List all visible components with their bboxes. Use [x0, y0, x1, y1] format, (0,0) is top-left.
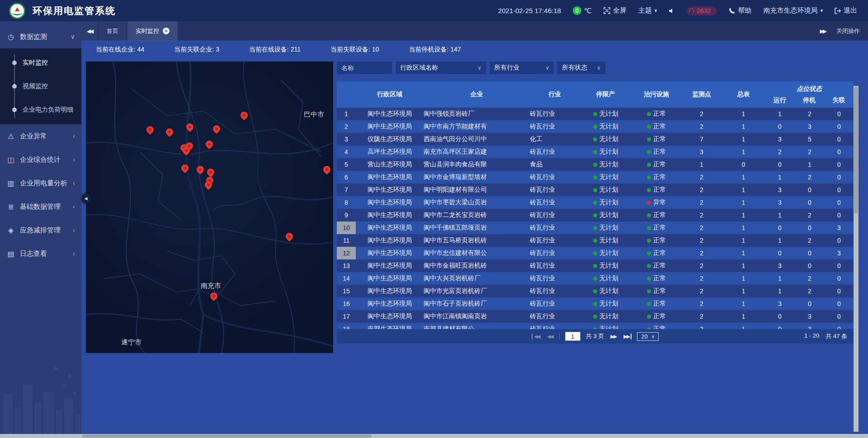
- horizontal-scrollbar-thumb[interactable]: [82, 434, 372, 438]
- table-row[interactable]: 12 阆中生态环境局 阆中市忠信建材有限公 砖瓦行业 无计划 正常 2 1 0: [337, 247, 854, 259]
- cell-index: 8: [337, 196, 356, 209]
- cell-index: 6: [337, 171, 356, 184]
- sidebar-group-label: 日志查看: [20, 250, 47, 258]
- cell-index: 14: [337, 272, 356, 285]
- table-row[interactable]: 7 阆中生态环境局 阆中明阳建材有限公司 砖瓦行业 无计划 正常 2 1 3: [337, 184, 854, 196]
- status-dot-green: [593, 264, 597, 268]
- table-row[interactable]: 8 阆中生态环境局 阆中市枣碧大梁山页岩 砖瓦行业 无计划 异常 2 1 3: [337, 196, 854, 209]
- org-menu[interactable]: 南充市生态环境局▾: [763, 6, 823, 15]
- cell-plan: 无计划: [580, 221, 632, 234]
- cell-index: 11: [337, 234, 356, 247]
- industry-filter-select[interactable]: 所有行业 ∨: [490, 61, 554, 74]
- fullscreen-button[interactable]: 全屏: [604, 6, 627, 15]
- chevron-double-left-icon: ◀◀: [87, 28, 92, 34]
- sidebar-subitem[interactable]: 视频监控: [0, 75, 81, 98]
- table-row[interactable]: 10 阆中生态环境局 阆中千佛镇五郎垭页岩 砖瓦行业 无计划 正常 2 1 0: [337, 221, 854, 234]
- table-row[interactable]: 5 营山生态环境局 营山县润丰肉食品有限 食品 无计划 正常 1 0 0: [337, 158, 854, 171]
- cell-industry: 砖瓦行业: [530, 171, 580, 184]
- sidebar-collapse-handle[interactable]: ◀: [81, 193, 91, 203]
- cell-monitor: 2: [681, 184, 722, 196]
- table-row[interactable]: 13 阆中生态环境局 阆中市金福旺页岩机砖 砖瓦行业 无计划 正常 2 1 3: [337, 259, 854, 272]
- cell-industry: 砖瓦行业: [530, 234, 580, 247]
- sidebar-item[interactable]: ≣ 基础数据管理 ‹: [0, 195, 81, 218]
- table-row[interactable]: 17 阆中生态环境局 阆中市江南镇阆南页岩 砖瓦行业 无计划 正常 2 1 0: [337, 310, 854, 323]
- first-page-button[interactable]: ◀◀: [532, 334, 541, 339]
- cell-monitor: 2: [681, 171, 722, 184]
- sidebar-subitem[interactable]: 企业电力负荷明细: [0, 98, 81, 122]
- vertical-scrollbar-thumb[interactable]: [854, 87, 858, 213]
- chevron-double-right-icon[interactable]: ▶▶: [820, 28, 826, 34]
- tabs-scroll-left-button[interactable]: ◀◀: [81, 21, 98, 41]
- tab-home[interactable]: 首页: [99, 21, 127, 41]
- cell-plan: 无计划: [580, 108, 632, 120]
- table-row[interactable]: 1 阆中生态环境局 阆中强锐页岩砖厂 砖瓦行业 无计划 正常 2 1 1: [337, 108, 854, 120]
- chevron-down-icon: ▾: [655, 8, 657, 14]
- map[interactable]: 巴中市 南充市 遂宁市: [86, 61, 333, 353]
- table-row[interactable]: 18 南部生态环境局 南部县建材有限公 砖瓦行业 无计划 正常 2 1 0: [337, 323, 854, 329]
- help-button[interactable]: 帮助: [729, 6, 751, 15]
- sidebar-item-data-monitor[interactable]: ◷ 数据监测 ∨: [0, 25, 81, 48]
- status-filter-select[interactable]: 所有状态 ∨: [557, 61, 605, 74]
- table-row[interactable]: 4 高坪生态环境局 南充市高坪区王家店建 砖瓦行业 无计划 正常 3 1 2: [337, 146, 854, 158]
- close-icon[interactable]: ✕: [163, 28, 170, 34]
- cell-run: 3: [765, 259, 795, 272]
- page: 环保用电监管系统 2021-02-25 17:46:18 0 ℃ 全屏 主题▾ …: [0, 0, 868, 438]
- pagination-summary: 1 - 20 共 47 条: [804, 332, 847, 340]
- cell-region: 阆中生态环境局: [356, 184, 424, 196]
- tab-realtime-monitor[interactable]: 实时监控 ✕: [127, 21, 178, 41]
- vertical-scrollbar[interactable]: [854, 86, 859, 432]
- cell-facility: 正常: [632, 108, 681, 120]
- cell-monitor: 2: [681, 272, 722, 285]
- mute-button[interactable]: [669, 8, 675, 14]
- table-row[interactable]: 2 阆中生态环境局 阆中市南方节能建材有 砖瓦行业 无计划 正常 2 1 0: [337, 120, 854, 133]
- horizontal-scrollbar[interactable]: [0, 434, 868, 438]
- cell-region: 阆中生态环境局: [356, 259, 424, 272]
- sidebar-item[interactable]: ◈ 应急减排管理 ‹: [0, 218, 81, 242]
- cell-facility: 正常: [632, 247, 681, 259]
- table-row[interactable]: 9 阆中生态环境局 阆中市二龙长宝页岩砖 砖瓦行业 无计划 正常 2 1 1: [337, 209, 854, 221]
- table-row[interactable]: 3 仪陇生态环境局 西南油气田分公司川中 化工 无计划 正常 7 1 3: [337, 133, 854, 146]
- sidebar-item[interactable]: ◫ 企业综合统计 ‹: [0, 148, 81, 171]
- page-number-input[interactable]: [565, 332, 580, 341]
- cell-stop: 0: [795, 196, 825, 209]
- table-row[interactable]: 16 阆中生态环境局 阆中市石子页岩机砖厂 砖瓦行业 无计划 正常 2 1 3: [337, 297, 854, 310]
- fullscreen-icon: [604, 7, 610, 14]
- notification-badge[interactable]: 2632: [687, 6, 717, 15]
- next-page-button[interactable]: ▶▶: [609, 334, 617, 339]
- cell-index: 5: [337, 158, 356, 171]
- cell-index: 4: [337, 146, 356, 158]
- table-row[interactable]: 15 阆中生态环境局 阆中市光富页岩机砖厂 砖瓦行业 无计划 正常 2 1 1: [337, 285, 854, 297]
- cell-plan-label: 无计划: [599, 173, 618, 181]
- name-filter-input[interactable]: [337, 61, 392, 74]
- cell-stop: 2: [795, 272, 825, 285]
- cell-facility-label: 正常: [653, 325, 666, 329]
- cell-stop: 0: [795, 184, 825, 196]
- cell-company: 阆中市枣碧大梁山页岩: [424, 196, 530, 209]
- sidebar-item[interactable]: ▥ 企业用电量分析 ‹: [0, 171, 81, 195]
- sidebar-item[interactable]: ▤ 日志查看 ‹: [0, 242, 81, 265]
- sidebar-subitem[interactable]: 实时监控: [0, 51, 81, 75]
- cell-run: 1: [765, 234, 795, 247]
- cell-index: 3: [337, 133, 356, 146]
- region-filter-select[interactable]: 行政区域名称 ∨: [396, 61, 486, 74]
- stat-value: 211: [291, 46, 301, 53]
- prev-page-button[interactable]: ◀◀: [546, 334, 554, 339]
- table-row[interactable]: 11 阆中生态环境局 阆中市五马桥页岩机砖 砖瓦行业 无计划 正常 2 1 1: [337, 234, 854, 247]
- table-row[interactable]: 14 阆中生态环境局 阆中大兴页岩机砖厂 砖瓦行业 无计划 正常 2 1 1: [337, 272, 854, 285]
- cell-region: 阆中生态环境局: [356, 171, 424, 184]
- sidebar-item[interactable]: ⚠ 企业异常 ‹: [0, 124, 81, 148]
- map-city-label: 南充市: [201, 282, 221, 290]
- theme-button[interactable]: 主题▾: [638, 6, 657, 15]
- last-page-button[interactable]: ▶▶: [623, 334, 632, 339]
- cell-total: 1: [722, 272, 765, 285]
- page-size-select[interactable]: 20 ∨: [637, 332, 659, 341]
- cell-plan: 无计划: [580, 184, 632, 196]
- cell-facility-label: 正常: [653, 110, 666, 118]
- cell-lost: 0: [825, 108, 854, 120]
- table-row[interactable]: 6 阆中生态环境局 阆中市金博瑞新型墙材 砖瓦行业 无计划 正常 2 1 1: [337, 171, 854, 184]
- cell-plan-label: 无计划: [599, 312, 618, 320]
- col-point-status: 点位状态: [765, 81, 854, 93]
- close-operations-button[interactable]: 关闭操作: [836, 27, 860, 35]
- logout-button[interactable]: 退出: [835, 6, 857, 15]
- cell-index: 12: [337, 247, 356, 259]
